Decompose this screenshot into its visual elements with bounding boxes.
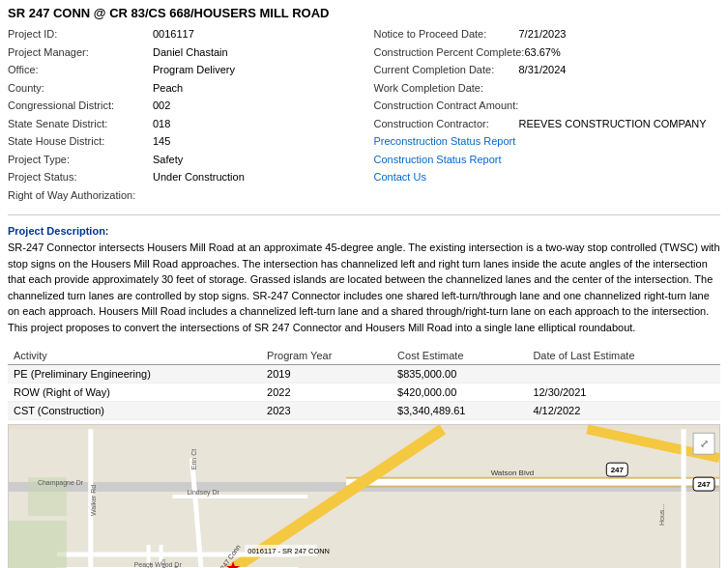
label-office: Office: xyxy=(8,62,153,78)
table-cell: ROW (Right of Way) xyxy=(8,383,261,402)
value-contractor: REEVES CONSTRUCTION COMPANY xyxy=(519,116,707,132)
table-cell: 2022 xyxy=(261,383,392,402)
divider xyxy=(8,214,720,215)
page-title: SR 247 CONN @ CR 83/CS 668/HOUSERS MILL … xyxy=(0,0,728,24)
info-right-column: Notice to Proceed Date: 7/21/2023 Constr… xyxy=(374,26,721,205)
label-row-auth: Right of Way Authorization: xyxy=(8,187,153,204)
svg-rect-21 xyxy=(9,521,67,568)
col-header-activity: Activity xyxy=(8,347,261,365)
info-section: Project ID: 0016117 Project Manager: Dan… xyxy=(0,24,728,209)
info-row: Construction Contractor: REEVES CONSTRUC… xyxy=(374,116,721,132)
col-header-cost-estimate: Cost Estimate xyxy=(392,347,527,365)
label-project-status: Project Status: xyxy=(8,169,153,185)
value-project-manager: Daniel Chastain xyxy=(153,44,228,61)
info-row: Notice to Proceed Date: 7/21/2023 xyxy=(374,26,721,43)
info-row: Work Completion Date: xyxy=(374,80,721,97)
info-row: Office: Program Delivery xyxy=(8,62,355,78)
description-section: Project Description: SR-247 Connector in… xyxy=(0,221,728,339)
info-row: Construction Status Report xyxy=(374,152,721,168)
info-row: Right of Way Authorization: xyxy=(8,187,355,204)
table-row: PE (Preliminary Engineering)2019$835,000… xyxy=(8,365,720,383)
activity-table: Activity Program Year Cost Estimate Date… xyxy=(8,347,720,420)
table-cell: $420,000.00 xyxy=(392,383,527,402)
description-text: SR-247 Connector intersects Housers Mill… xyxy=(8,240,720,335)
col-header-program-year: Program Year xyxy=(261,347,392,365)
svg-rect-0 xyxy=(9,429,719,568)
info-row: State Senate District: 018 xyxy=(8,116,355,132)
svg-text:247: 247 xyxy=(697,480,711,489)
info-row: Project Type: Safety xyxy=(8,152,355,168)
info-row: Project Manager: Daniel Chastain xyxy=(8,44,355,61)
table-header-row: Activity Program Year Cost Estimate Date… xyxy=(8,347,720,365)
table-cell: $835,000.00 xyxy=(392,365,527,383)
page-container: SR 247 CONN @ CR 83/CS 668/HOUSERS MILL … xyxy=(0,0,728,568)
table-cell: 2023 xyxy=(261,402,392,420)
svg-text:Watson Blvd: Watson Blvd xyxy=(491,469,534,477)
value-project-id: 0016117 xyxy=(153,26,194,43)
label-notice-date: Notice to Proceed Date: xyxy=(374,26,519,43)
table-row: ROW (Right of Way)2022$420,000.0012/30/2… xyxy=(8,383,720,402)
table-cell: 4/12/2022 xyxy=(527,402,720,420)
label-congressional: Congressional District: xyxy=(8,98,153,114)
label-current-completion: Current Completion Date: xyxy=(374,62,519,78)
svg-text:★: ★ xyxy=(225,558,241,568)
description-label: Project Description: xyxy=(8,225,720,237)
value-project-status: Under Construction xyxy=(153,169,245,185)
label-project-id: Project ID: xyxy=(8,26,153,43)
construction-status-link[interactable]: Construction Status Report xyxy=(374,152,502,168)
label-contract-amount: Construction Contract Amount: xyxy=(374,98,519,114)
info-row: Construction Percent Complete: 63.67% xyxy=(374,44,721,61)
svg-text:247: 247 xyxy=(611,466,625,474)
table-cell xyxy=(527,365,720,383)
table-cell: $3,340,489.61 xyxy=(392,402,527,420)
info-row: Preconstruction Status Report xyxy=(374,133,721,150)
label-county: County: xyxy=(8,80,153,97)
contact-us-link[interactable]: Contact Us xyxy=(374,169,426,185)
svg-text:Champagne Dr: Champagne Dr xyxy=(38,479,84,487)
label-project-manager: Project Manager: xyxy=(8,44,153,61)
info-row: Construction Contract Amount: xyxy=(374,98,721,114)
svg-text:Erin Ct: Erin Ct xyxy=(190,449,197,469)
table-row: CST (Construction)2023$3,340,489.614/12/… xyxy=(8,402,720,420)
info-row: County: Peach xyxy=(8,80,355,97)
label-senate: State Senate District: xyxy=(8,116,153,132)
label-project-type: Project Type: xyxy=(8,152,153,168)
info-row: Project ID: 0016117 xyxy=(8,26,355,43)
table-cell: CST (Construction) xyxy=(8,402,261,420)
info-row: Congressional District: 002 xyxy=(8,98,355,114)
value-office: Program Delivery xyxy=(153,62,235,78)
table-cell: 2019 xyxy=(261,365,392,383)
value-current-completion: 8/31/2024 xyxy=(519,62,567,78)
svg-text:Amanda Ct: Amanda Ct xyxy=(160,559,166,568)
table-cell: 12/30/2021 xyxy=(527,383,720,402)
value-senate: 018 xyxy=(153,116,170,132)
svg-text:Lindsey Dr: Lindsey Dr xyxy=(187,489,219,497)
info-row: Project Status: Under Construction xyxy=(8,169,355,185)
value-notice-date: 7/21/2023 xyxy=(519,26,567,43)
value-congressional: 002 xyxy=(153,98,170,114)
col-header-date-last: Date of Last Estimate xyxy=(527,347,720,365)
svg-text:Chase Ct: Chase Ct xyxy=(147,564,153,568)
svg-text:0016117 - SR 247 CONN: 0016117 - SR 247 CONN xyxy=(248,547,330,555)
label-construction-pct: Construction Percent Complete: xyxy=(374,44,525,61)
info-row: Contact Us xyxy=(374,169,721,185)
map-svg: Watson Blvd GA Highway 247 Conn Walker R… xyxy=(9,425,719,568)
value-county: Peach xyxy=(153,80,183,97)
info-left-column: Project ID: 0016117 Project Manager: Dan… xyxy=(8,26,355,205)
svg-text:⤢: ⤢ xyxy=(700,438,709,449)
preconstruction-status-link[interactable]: Preconstruction Status Report xyxy=(374,133,516,150)
value-construction-pct: 63.67% xyxy=(524,44,560,61)
table-cell: PE (Preliminary Engineering) xyxy=(8,365,261,383)
value-house: 145 xyxy=(153,133,170,150)
label-house: State House District: xyxy=(8,133,153,150)
info-row: Current Completion Date: 8/31/2024 xyxy=(374,62,721,78)
label-work-completion: Work Completion Date: xyxy=(374,80,519,97)
map-container: Watson Blvd GA Highway 247 Conn Walker R… xyxy=(8,424,720,568)
info-row: State House District: 145 xyxy=(8,133,355,150)
label-contractor: Construction Contractor: xyxy=(374,116,519,132)
svg-text:Walker Rd: Walker Rd xyxy=(90,485,97,516)
value-project-type: Safety xyxy=(153,152,183,168)
svg-text:Hous...: Hous... xyxy=(658,504,665,525)
